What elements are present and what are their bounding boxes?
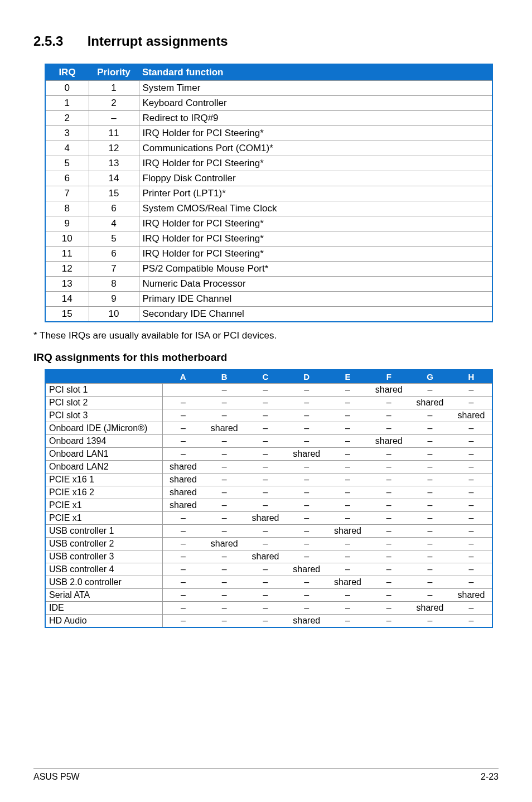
assign-cell: –	[368, 512, 409, 525]
assign-cell: –	[204, 461, 245, 474]
assign-cell: –	[286, 589, 327, 602]
assign-cell: –	[286, 461, 327, 474]
table-row: HD Audio–––shared––––	[45, 615, 492, 628]
priority-cell: 4	[89, 216, 139, 231]
assign-cell: –	[286, 422, 327, 435]
assign-cell: –	[204, 550, 245, 563]
assign-cell: –	[451, 422, 492, 435]
assign-cell: shared	[327, 576, 369, 589]
table-row: 311IRQ Holder for PCI Steering*	[45, 126, 492, 141]
assign-label-cell: PCIE x1	[45, 499, 162, 512]
assign-cell: –	[245, 435, 286, 448]
assign-cell: –	[245, 486, 286, 499]
irq-header-priority: Priority	[89, 64, 139, 81]
irq-cell: 5	[45, 156, 89, 171]
assign-cell: –	[451, 563, 492, 576]
assign-cell: shared	[286, 615, 327, 628]
function-cell: Primary IDE Channel	[139, 292, 492, 307]
assign-cell: –	[451, 486, 492, 499]
assign-cell: –	[245, 602, 286, 615]
assign-cell: –	[368, 615, 409, 628]
assign-cell: –	[162, 422, 204, 435]
irq-cell: 15	[45, 307, 89, 322]
function-cell: IRQ Holder for PCI Steering*	[139, 231, 492, 247]
assign-cell: –	[327, 474, 369, 486]
table-row: 149Primary IDE Channel	[45, 292, 492, 307]
assign-cell: –	[368, 576, 409, 589]
table-row: IDE––––––shared–	[45, 602, 492, 615]
assign-cell: –	[451, 550, 492, 563]
assign-cell: –	[451, 499, 492, 512]
priority-cell: 13	[89, 156, 139, 171]
assign-cell: –	[286, 576, 327, 589]
section-heading: 2.5.3 Interrupt assignments	[33, 33, 499, 49]
irq-cell: 12	[45, 262, 89, 277]
assign-cell: –	[327, 409, 369, 422]
assign-cell: shared	[204, 538, 245, 550]
assign-cell: shared	[368, 384, 409, 397]
assign-label-cell: USB 2.0 controller	[45, 576, 162, 589]
assign-cell: –	[245, 409, 286, 422]
table-row: PCIE x1––shared–––––	[45, 512, 492, 525]
irq-table: IRQ Priority Standard function 01System …	[45, 64, 493, 322]
function-cell: IRQ Holder for PCI Steering*	[139, 247, 492, 262]
assign-cell: –	[451, 576, 492, 589]
assign-cell: –	[327, 486, 369, 499]
priority-cell: 1	[89, 81, 139, 96]
assign-cell: –	[451, 525, 492, 538]
assign-cell: –	[451, 474, 492, 486]
assign-label-cell: IDE	[45, 602, 162, 615]
assign-cell: –	[327, 435, 369, 448]
assign-cell: shared	[286, 563, 327, 576]
table-row: 138Numeric Data Processor	[45, 277, 492, 292]
assign-cell: –	[409, 409, 451, 422]
assign-cell: –	[204, 474, 245, 486]
assign-cell: –	[245, 525, 286, 538]
assign-cell: –	[451, 397, 492, 409]
assign-cell: –	[286, 474, 327, 486]
table-row: 1510Secondary IDE Channel	[45, 307, 492, 322]
table-row: 2–Redirect to IRQ#9	[45, 111, 492, 126]
assign-cell: –	[162, 602, 204, 615]
assign-cell: –	[409, 422, 451, 435]
assign-cell: –	[245, 422, 286, 435]
assign-cell: –	[451, 435, 492, 448]
assign-cell: –	[245, 448, 286, 461]
assign-label-cell: Onboard IDE (JMicron®)	[45, 422, 162, 435]
table-row: Onboard 1394–––––shared––	[45, 435, 492, 448]
assign-label-cell: PCIE x16 1	[45, 474, 162, 486]
assign-cell: –	[204, 448, 245, 461]
function-cell: Communications Port (COM1)*	[139, 141, 492, 156]
assign-cell: –	[204, 602, 245, 615]
table-row: 127PS/2 Compatible Mouse Port*	[45, 262, 492, 277]
function-cell: IRQ Holder for PCI Steering*	[139, 126, 492, 141]
assign-cell: –	[327, 563, 369, 576]
priority-cell: 15	[89, 186, 139, 201]
assign-header: B	[204, 370, 245, 384]
assign-cell: –	[368, 474, 409, 486]
assign-header-empty	[45, 370, 162, 384]
table-row: USB 2.0 controller––––shared–––	[45, 576, 492, 589]
priority-cell: 10	[89, 307, 139, 322]
assign-label-cell: Serial ATA	[45, 589, 162, 602]
assign-cell: –	[368, 589, 409, 602]
function-cell: Redirect to IRQ#9	[139, 111, 492, 126]
table-row: PCIE x16 2shared–––––––	[45, 486, 492, 499]
table-row: 86System CMOS/Real Time Clock	[45, 201, 492, 216]
assign-header: G	[409, 370, 451, 384]
table-row: USB controller 1––––shared–––	[45, 525, 492, 538]
assign-cell: –	[368, 499, 409, 512]
assign-cell: shared	[409, 602, 451, 615]
table-row: PCI slot 3–––––––shared	[45, 409, 492, 422]
assign-cell: –	[245, 384, 286, 397]
assign-cell: –	[368, 602, 409, 615]
table-row: 715Printer Port (LPT1)*	[45, 186, 492, 201]
function-cell: System CMOS/Real Time Clock	[139, 201, 492, 216]
assign-label-cell: Onboard LAN2	[45, 461, 162, 474]
table-row: USB controller 4–––shared––––	[45, 563, 492, 576]
irq-cell: 11	[45, 247, 89, 262]
table-row: USB controller 2–shared––––––	[45, 538, 492, 550]
assign-label-cell: PCI slot 1	[45, 384, 162, 397]
assign-cell: –	[245, 576, 286, 589]
assign-cell: –	[368, 397, 409, 409]
